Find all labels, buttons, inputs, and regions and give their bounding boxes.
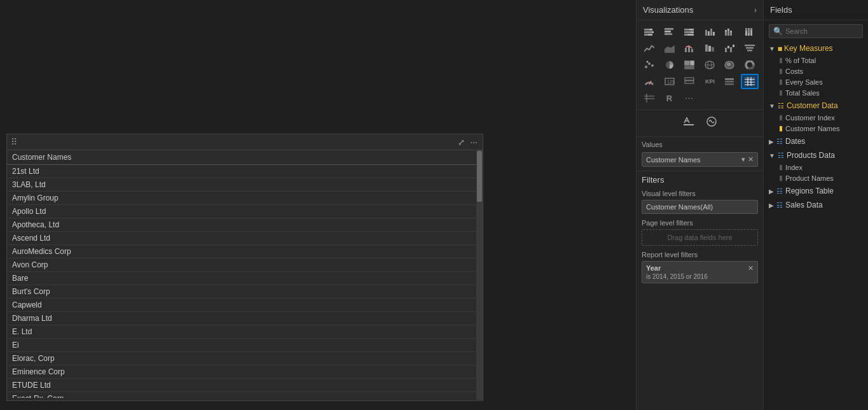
main-canvas: ⠿ ⤢ ··· Customer Names 21st Ltd3LAB, Ltd… bbox=[0, 0, 636, 410]
svg-rect-50 bbox=[684, 60, 690, 66]
svg-rect-34 bbox=[691, 49, 693, 52]
svg-rect-51 bbox=[690, 60, 694, 66]
fields-group-header-dates[interactable]: ▶☷Dates bbox=[766, 135, 865, 148]
svg-marker-31 bbox=[665, 45, 675, 53]
table-row: Dharma Ltd bbox=[7, 312, 476, 325]
viz-bottom-row bbox=[637, 110, 763, 137]
fields-group-header-customer-data[interactable]: ▼☷Customer Data bbox=[766, 99, 865, 112]
viz-values-remove-icon[interactable]: ✕ bbox=[748, 155, 754, 164]
svg-rect-23 bbox=[730, 32, 732, 36]
fields-item[interactable]: ▮Customer Index bbox=[766, 112, 865, 123]
report-filter-close-icon[interactable]: ✕ bbox=[748, 264, 754, 272]
svg-rect-18 bbox=[713, 32, 715, 36]
page-level-drag-area[interactable]: Drag data fields here bbox=[642, 229, 758, 246]
more-options-button[interactable]: ··· bbox=[469, 137, 479, 147]
viz-icon-line[interactable] bbox=[640, 41, 658, 56]
table-row: Elorac, Corp bbox=[7, 352, 476, 365]
viz-icon-matrix[interactable] bbox=[640, 90, 658, 106]
svg-rect-35 bbox=[705, 45, 708, 52]
viz-values-dropdown-icon[interactable]: ▾ bbox=[741, 155, 745, 164]
viz-icon-line-col[interactable] bbox=[680, 41, 698, 56]
svg-rect-52 bbox=[684, 66, 694, 69]
svg-rect-4 bbox=[644, 34, 648, 36]
field-checkbox-unchecked: ▮ bbox=[779, 56, 783, 64]
report-level-filters-label: Report level filters bbox=[642, 251, 758, 258]
viz-icon-more[interactable]: ··· bbox=[680, 90, 698, 106]
viz-icon-clustered-col[interactable] bbox=[701, 24, 719, 39]
table-row: ETUDE Ltd bbox=[7, 379, 476, 392]
fields-group-header-sales-data[interactable]: ▶☷Sales Data bbox=[766, 199, 865, 211]
fields-search-input[interactable] bbox=[785, 27, 868, 35]
svg-rect-29 bbox=[750, 28, 752, 30]
visualizations-panel: Visualizations › bbox=[636, 0, 763, 410]
viz-icon-filled-map[interactable] bbox=[720, 57, 738, 73]
fields-item[interactable]: ▮Product Names bbox=[766, 173, 865, 183]
fields-item[interactable]: ▮Total Sales bbox=[766, 87, 865, 98]
fields-item[interactable]: ▮Costs bbox=[766, 66, 865, 76]
svg-rect-30 bbox=[750, 30, 752, 36]
viz-icon-card[interactable]: 123 bbox=[661, 74, 679, 89]
field-item-label: % of Total bbox=[785, 57, 816, 64]
svg-point-45 bbox=[645, 66, 647, 68]
viz-icon-waterfall[interactable] bbox=[720, 41, 738, 56]
viz-values-field-pill[interactable]: Customer Names ▾ ✕ bbox=[642, 152, 758, 167]
viz-icon-map[interactable] bbox=[701, 57, 719, 73]
table-icon-sales-data: ☷ bbox=[776, 201, 783, 209]
table-row: Avon Corp bbox=[7, 258, 476, 272]
viz-icon-funnel[interactable] bbox=[741, 41, 759, 56]
svg-rect-27 bbox=[748, 28, 750, 33]
fields-search-container[interactable]: 🔍 bbox=[769, 24, 863, 38]
fields-item[interactable]: ▮Index bbox=[766, 162, 865, 173]
viz-icon-scatter[interactable] bbox=[640, 57, 658, 73]
report-filter-pill[interactable]: ✕ Year is 2014, 2015 or 2016 bbox=[642, 261, 758, 283]
viz-analytics-icon[interactable] bbox=[705, 115, 718, 131]
drag-handle-icon: ⠿ bbox=[11, 137, 17, 147]
viz-icon-slicer[interactable] bbox=[720, 74, 738, 89]
viz-icon-area[interactable] bbox=[661, 41, 679, 56]
viz-format-icon[interactable] bbox=[682, 115, 695, 131]
svg-rect-5 bbox=[648, 34, 652, 36]
fields-group-products-data: ▼☷Products Data▮Index▮Product Names bbox=[766, 149, 865, 183]
svg-rect-64 bbox=[685, 81, 694, 83]
fields-group-header-regions-table[interactable]: ▶☷Regions Table bbox=[766, 185, 865, 197]
fields-item[interactable]: ▮Every Sales bbox=[766, 76, 865, 87]
viz-icon-pie[interactable] bbox=[661, 57, 679, 73]
svg-point-47 bbox=[651, 64, 654, 67]
viz-icon-stacked-col[interactable] bbox=[720, 24, 738, 39]
svg-rect-16 bbox=[708, 31, 710, 36]
viz-icon-table[interactable] bbox=[741, 74, 759, 89]
viz-icon-donut[interactable] bbox=[741, 57, 759, 73]
table-icon-products-data: ☷ bbox=[778, 152, 784, 160]
svg-rect-9 bbox=[684, 29, 689, 31]
viz-panel-chevron[interactable]: › bbox=[754, 6, 757, 15]
viz-icon-empty2 bbox=[720, 90, 738, 106]
viz-icons-grid: 123 KPI R ··· bbox=[637, 20, 763, 110]
viz-icon-gauge[interactable] bbox=[640, 74, 658, 89]
fields-group-header-products-data[interactable]: ▼☷Products Data bbox=[766, 149, 865, 162]
focus-mode-icon[interactable]: ⤢ bbox=[458, 138, 465, 147]
viz-icon-stacked-bar[interactable] bbox=[640, 24, 658, 39]
fields-search-icon: 🔍 bbox=[773, 27, 783, 36]
fields-group-name-key-measures: Key Measures bbox=[784, 44, 863, 53]
fields-item[interactable]: ▮% of Total bbox=[766, 55, 865, 66]
viz-icon-100pct-bar[interactable] bbox=[680, 24, 698, 39]
visual-filter-pill[interactable]: Customer Names(All) bbox=[642, 200, 758, 214]
table-row: Ascend Ltd bbox=[7, 232, 476, 245]
field-item-label: Index bbox=[785, 164, 803, 171]
table-scrollbar[interactable] bbox=[476, 150, 483, 400]
viz-icon-treemap[interactable] bbox=[680, 57, 698, 73]
fields-group-header-key-measures[interactable]: ▼▮▮Key Measures bbox=[766, 42, 865, 55]
table-visual[interactable]: ⠿ ⤢ ··· Customer Names 21st Ltd3LAB, Ltd… bbox=[6, 134, 483, 401]
fields-group-name-customer-data: Customer Data bbox=[787, 101, 863, 110]
fields-item[interactable]: ▮Customer Names bbox=[766, 123, 865, 134]
viz-icon-100pct-col[interactable] bbox=[741, 24, 759, 39]
viz-icon-ribbon[interactable] bbox=[701, 41, 719, 56]
viz-icon-r-visual[interactable]: R bbox=[661, 90, 679, 106]
svg-rect-63 bbox=[685, 78, 694, 80]
table-icon-dates: ☷ bbox=[776, 138, 783, 146]
page-level-drag-label: Drag data fields here bbox=[667, 234, 732, 241]
viz-icon-kpi[interactable]: KPI bbox=[701, 74, 719, 89]
viz-icon-multi-row-card[interactable] bbox=[680, 74, 698, 89]
svg-rect-44 bbox=[747, 50, 752, 52]
viz-icon-clustered-bar[interactable] bbox=[661, 24, 679, 39]
